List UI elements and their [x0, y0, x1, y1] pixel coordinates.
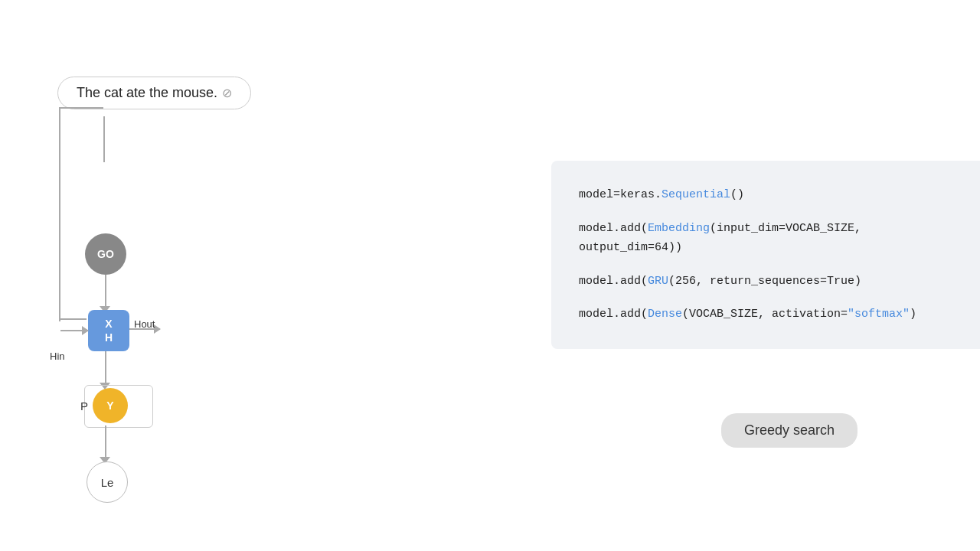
code-line-2: model.add(Embedding(input_dim=VOCAB_SIZE…: [579, 219, 952, 258]
loop-connector: [59, 318, 87, 320]
p-label: P: [80, 399, 88, 412]
go-node: GO: [85, 233, 126, 275]
sentence-box[interactable]: The cat ate the mouse. ⊘: [57, 77, 251, 109]
line-y-le: [105, 425, 106, 459]
bracket-vertical: [59, 107, 60, 321]
code-line-4: model.add(Dense(VOCAB_SIZE, activation="…: [579, 305, 952, 324]
hout-label: Hout: [134, 318, 155, 330]
line-go-xh: [105, 275, 106, 308]
line-sentence-go: [103, 116, 105, 162]
arrow-hin: [60, 330, 88, 331]
le-node: Le: [87, 461, 128, 503]
edit-icon: ⊘: [222, 86, 232, 100]
xh-node: X H: [88, 310, 129, 351]
hin-label: Hin: [50, 350, 65, 362]
code-container: model=keras.Sequential() model.add(Embed…: [551, 161, 980, 349]
diagram-area: The cat ate the mouse. ⊘ GO X H Hout Hin…: [42, 77, 348, 459]
code-block: model=keras.Sequential() model.add(Embed…: [579, 185, 952, 324]
sentence-text: The cat ate the mouse.: [77, 85, 217, 101]
bracket-horizontal: [59, 107, 103, 109]
line-xh-py: [105, 351, 106, 385]
greedy-search-button[interactable]: Greedy search: [721, 413, 858, 448]
y-node: Y: [93, 388, 128, 423]
code-line-3: model.add(GRU(256, return_sequences=True…: [579, 272, 952, 292]
py-row: P Y: [80, 388, 128, 423]
code-line-1: model=keras.Sequential(): [579, 185, 952, 205]
